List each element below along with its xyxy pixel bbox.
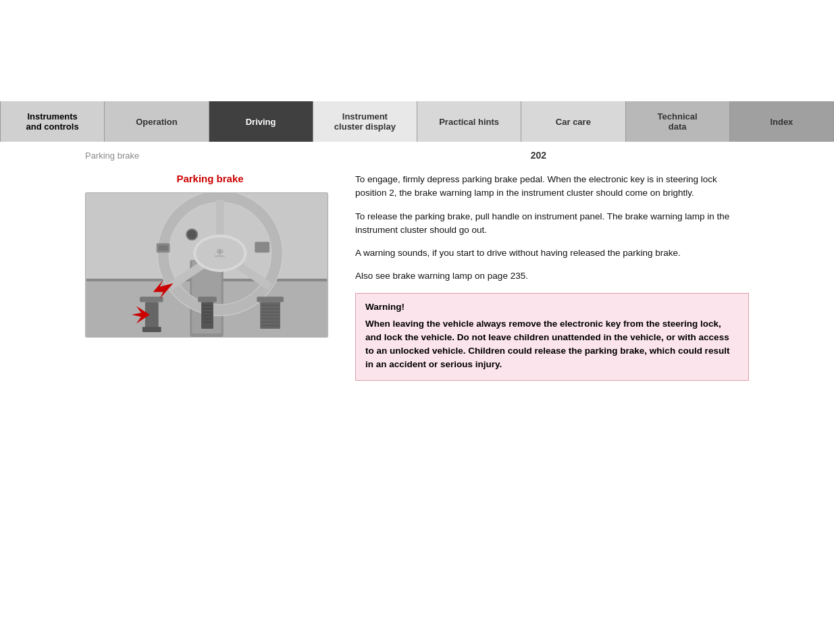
nav-label-practical-hints: Practical hints [439, 117, 499, 127]
warning-text: When leaving the vehicle always remove t… [365, 317, 739, 372]
svg-rect-19 [257, 297, 284, 302]
nav-item-operation[interactable]: Operation [105, 101, 209, 142]
page-number: 202 [531, 150, 546, 161]
nav-item-technical-data[interactable]: Technical data [626, 101, 730, 142]
svg-rect-16 [140, 297, 163, 302]
paragraph-4: Also see brake warning lamp on page 235. [355, 269, 749, 283]
warning-title: Warning! [365, 302, 739, 312]
nav-label-instrument-cluster: Instrument cluster display [334, 111, 396, 132]
svg-rect-18 [142, 327, 161, 332]
svg-rect-28 [198, 297, 217, 302]
paragraph-2: To release the parking brake, pull handl… [355, 210, 749, 238]
nav-item-instruments[interactable]: Instruments and controls [0, 101, 105, 142]
warning-box: Warning! When leaving the vehicle always… [355, 293, 749, 381]
nav-label-index: Index [770, 117, 793, 127]
paragraph-1: To engage, firmly depress parking brake … [355, 173, 749, 200]
steering-wheel-image: ✦ [85, 192, 328, 338]
page-header: Parking brake 202 [0, 144, 834, 166]
nav-label-operation: Operation [136, 117, 177, 127]
nav-item-driving[interactable]: Driving [209, 101, 313, 142]
svg-text:AIRBAG: AIRBAG [215, 254, 225, 258]
section-title: Parking brake [85, 173, 335, 184]
left-column: Parking brake [85, 173, 335, 381]
svg-text:SRS: SRS [217, 249, 224, 252]
nav-item-practical-hints[interactable]: Practical hints [417, 101, 521, 142]
nav-item-index[interactable]: Index [730, 101, 834, 142]
nav-label-car-care: Car care [556, 117, 591, 127]
steering-svg: ✦ [86, 193, 328, 337]
nav-label-instruments: Instruments and controls [26, 111, 79, 132]
main-content: Parking brake [0, 166, 834, 394]
svg-rect-14 [159, 245, 168, 250]
nav-item-instrument-cluster[interactable]: Instrument cluster display [313, 101, 417, 142]
breadcrumb: Parking brake [85, 151, 139, 161]
nav-label-driving: Driving [246, 117, 276, 127]
svg-point-39 [187, 230, 197, 239]
right-column: To engage, firmly depress parking brake … [355, 173, 749, 381]
paragraph-3: A warning sounds, if you start to drive … [355, 246, 749, 260]
svg-rect-15 [255, 242, 269, 252]
navigation-bar: Instruments and controls Operation Drivi… [0, 101, 834, 142]
nav-label-technical-data: Technical data [658, 111, 698, 132]
nav-item-car-care[interactable]: Car care [521, 101, 625, 142]
